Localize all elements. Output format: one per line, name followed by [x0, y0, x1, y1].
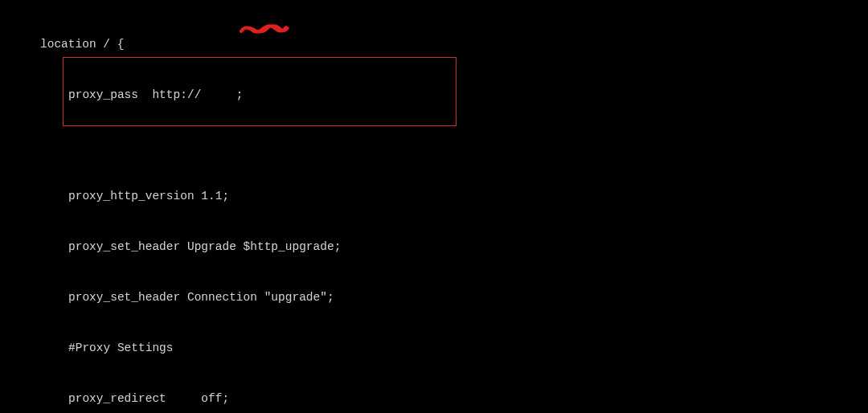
- code-line-comment: #Proxy Settings: [0, 340, 868, 357]
- code-line: proxy_set_header Upgrade $http_upgrade;: [0, 239, 868, 256]
- code-line-blank: [0, 137, 868, 154]
- nginx-config-code-block: location / { proxy_pass http:// ; proxy_…: [0, 0, 868, 413]
- code-line: proxy_http_version 1.1;: [0, 188, 868, 205]
- code-line: proxy_redirect off;: [0, 391, 868, 407]
- code-line: proxy_set_header Connection "upgrade";: [0, 289, 868, 306]
- code-line: proxy_pass http:// ;: [0, 87, 868, 104]
- code-line: location / {: [0, 36, 868, 53]
